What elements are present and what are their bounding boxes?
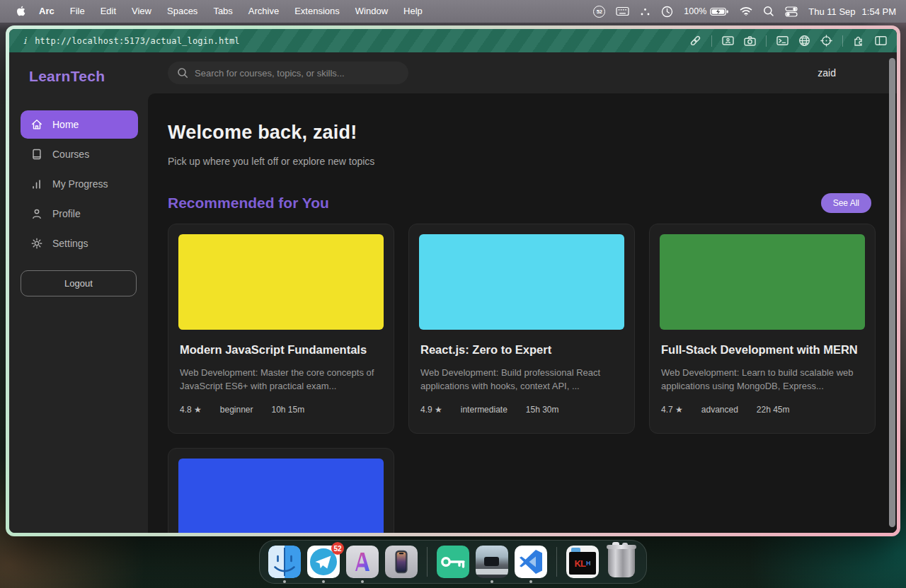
arc-browser-icon [346, 546, 379, 578]
sidebar-item-settings[interactable]: Settings [21, 229, 138, 258]
main-content: Welcome back, zaid! Pick up where you le… [148, 93, 897, 533]
menu-item-edit[interactable]: Edit [93, 0, 124, 23]
course-card-grid: Modern JavaScript Fundamentals Web Devel… [168, 224, 876, 434]
menu-item-tabs[interactable]: Tabs [205, 0, 240, 23]
telegram-badge: 52 [331, 542, 344, 555]
menu-item-file[interactable]: File [62, 0, 93, 23]
control-center-icon[interactable] [785, 6, 798, 17]
logout-button[interactable]: Logout [21, 270, 137, 296]
menu-item-archive[interactable]: Archive [241, 0, 287, 23]
course-card-partial[interactable] [168, 448, 394, 533]
toolbar-divider [766, 35, 767, 47]
url-text[interactable]: http://localhost:5173/actual_login.html [35, 36, 240, 46]
menu-item-spaces[interactable]: Spaces [159, 0, 205, 23]
sidebar-item-profile[interactable]: Profile [21, 200, 138, 228]
keyboard-icon[interactable] [616, 6, 629, 16]
search-icon [177, 67, 188, 79]
running-indicator [491, 580, 493, 583]
battery-percent-label: 100% [684, 6, 706, 16]
course-card[interactable]: Modern JavaScript Fundamentals Web Devel… [168, 224, 394, 434]
search-input[interactable] [195, 68, 399, 79]
sidebar-item-my-progress[interactable]: My Progress [21, 170, 138, 198]
course-rating: 4.7 ★ [661, 405, 683, 415]
battery-indicator[interactable]: 100% [684, 6, 729, 16]
terminal-icon-text-2: H [586, 560, 591, 567]
web-icon[interactable] [798, 35, 810, 47]
info-icon[interactable]: i [23, 35, 26, 46]
menu-bar-clock[interactable]: Thu 11 Sep 1:54 PM [808, 6, 896, 17]
circle-badge-icon[interactable]: 52 [593, 6, 605, 18]
sidebar-item-label: My Progress [52, 178, 108, 190]
toolbar-divider [711, 35, 712, 47]
app-header: zaid [148, 52, 897, 93]
dock-item-kali-terminal[interactable]: KL H [566, 546, 599, 578]
dock-item-arc-browser[interactable] [346, 546, 379, 578]
iphone-mirroring-icon [385, 546, 418, 578]
spotlight-search-icon[interactable] [763, 6, 774, 17]
menu-item-help[interactable]: Help [396, 0, 430, 23]
page-scrollbar[interactable] [889, 58, 895, 527]
target-icon[interactable] [820, 35, 832, 47]
finder-icon [268, 546, 301, 578]
course-duration: 22h 45m [757, 405, 790, 415]
web-page: LearnTech Home Courses My Progress [9, 52, 897, 533]
username-label[interactable]: zaid [818, 67, 836, 79]
course-thumbnail [178, 234, 384, 330]
clock-icon[interactable] [661, 6, 673, 18]
menu-item-view[interactable]: View [124, 0, 159, 23]
course-thumbnail [178, 459, 384, 533]
date-label: Thu 11 Sep [808, 6, 855, 17]
course-rating: 4.9 ★ [420, 405, 442, 415]
page-subtitle: Pick up where you left off or explore ne… [168, 156, 876, 167]
dock-item-telegram[interactable]: 52 [307, 546, 340, 578]
see-all-button[interactable]: See All [821, 193, 871, 213]
terminal-icon[interactable] [776, 35, 789, 46]
sidebar-item-home[interactable]: Home [21, 110, 138, 139]
dock-item-key-app[interactable] [437, 546, 469, 578]
dock-divider [427, 547, 428, 577]
battery-charging-icon [710, 7, 729, 16]
course-level: intermediate [461, 405, 508, 415]
wifi-icon[interactable] [740, 6, 752, 16]
home-icon [30, 118, 43, 131]
course-rating: 4.8 ★ [180, 405, 202, 415]
course-title: Modern JavaScript Fundamentals [180, 341, 382, 359]
browser-url-bar[interactable]: i http://localhost:5173/actual_login.htm… [9, 29, 897, 52]
dock-item-iphone-mirroring[interactable] [385, 546, 418, 578]
menu-item-arc[interactable]: Arc [31, 0, 62, 23]
split-view-icon[interactable] [875, 35, 887, 46]
bar-chart-icon [30, 178, 43, 190]
extensions-puzzle-icon[interactable] [853, 35, 865, 47]
trash-icon [605, 546, 638, 579]
course-card[interactable]: Full-Stack Development with MERN Web Dev… [649, 224, 876, 434]
dots-icon[interactable] [640, 7, 650, 16]
menu-item-extensions[interactable]: Extensions [287, 0, 348, 23]
dock-item-finder[interactable] [268, 546, 301, 578]
app-sidebar: LearnTech Home Courses My Progress [9, 52, 148, 533]
course-description: Web Development: Master the core concept… [180, 367, 382, 393]
terminal-icon-text: KL [575, 558, 585, 569]
vscode-icon [515, 546, 547, 578]
browser-window: i http://localhost:5173/actual_login.htm… [6, 25, 900, 536]
course-level: beginner [220, 405, 253, 415]
dock-item-trash[interactable] [605, 546, 638, 578]
course-description: Web Development: Learn to build scalable… [661, 367, 864, 393]
search-bar[interactable] [168, 62, 408, 84]
apple-menu-icon[interactable] [16, 6, 25, 17]
virtual-machine-app-icon [476, 546, 508, 578]
kali-terminal-icon: KL H [566, 546, 599, 578]
app-logo: LearnTech [29, 68, 138, 85]
course-card[interactable]: React.js: Zero to Expert Web Development… [408, 224, 635, 434]
sidebar-item-courses[interactable]: Courses [21, 140, 138, 168]
menu-bar: Arc File Edit View Spaces Tabs Archive E… [0, 0, 906, 23]
dock-item-virtual-machine-app[interactable] [476, 546, 508, 578]
person-icon [30, 207, 43, 220]
link-icon[interactable] [689, 35, 701, 47]
main-column: zaid Welcome back, zaid! Pick up where y… [148, 52, 897, 533]
course-title: React.js: Zero to Expert [420, 341, 623, 359]
camera-icon[interactable] [744, 36, 756, 46]
dock-item-vscode[interactable] [515, 546, 547, 578]
screen-share-icon[interactable] [722, 35, 734, 46]
menu-item-window[interactable]: Window [348, 0, 396, 23]
sidebar-item-label: Settings [52, 238, 88, 249]
